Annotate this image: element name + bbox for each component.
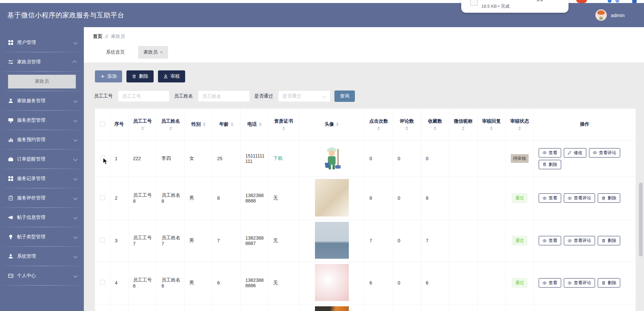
sort-icon [336,122,339,126]
sidebar-subitem-housekeeper[interactable]: 家政员 [8,75,76,88]
eye-icon [568,239,572,243]
audit-button[interactable]: 审核 [158,70,185,82]
chevron-down-icon [73,234,78,239]
idcard-icon [8,273,13,278]
sort-icon [231,122,233,126]
download-notification[interactable]: 18.5 KB • 完成 jpg [461,0,569,13]
sidebar: 用户管理 家政员管理 家政员 家政服务管理 服务类型管理 服务预约管理 订单提醒… [0,27,84,311]
select-all-checkbox[interactable] [100,121,105,126]
app-title: 基于微信小程序的家政服务与互助平台 [7,11,124,20]
view-comments-button[interactable]: 查看评论 [589,148,620,158]
trash-icon [601,239,606,243]
col-audit-reply[interactable]: 审核回复 [478,118,505,130]
sidebar-item-service-record-mgmt[interactable]: 服务记录管理 [0,169,84,188]
col-emp-id[interactable]: 员工工号 [128,118,157,130]
col-emp-name[interactable]: 员工姓名 [157,118,184,130]
row-actions: 查看 查看评论 删除 [539,193,631,203]
sort-icon [490,126,493,130]
trash-icon [542,162,547,167]
data-table-panel: 序号 员工工号 员工姓名 性别 年龄 电话 资质证书 头像 点击次数 评论数 收… [95,109,636,311]
col-audit-status[interactable]: 审核状态 [506,118,534,130]
sort-icon [203,122,206,126]
sidebar-item-post-type-mgmt[interactable]: 帖子类型管理 [0,227,84,247]
add-button[interactable]: 添加 [95,70,122,82]
grid-icon [8,176,13,181]
avatar-image-photo [315,222,349,259]
col-wechat[interactable]: 微信昵称 [449,118,477,130]
filter-bar: 员工工号 员工姓名 是否通过 是否通过 查询 [94,90,355,102]
col-clicks[interactable]: 点击次数 [365,118,393,130]
col-favorites[interactable]: 收藏数 [421,118,449,130]
table-row: 1 222 李四 女 25 15111111111 下载 [95,140,636,177]
view-button[interactable]: 查看 [539,278,561,288]
col-avatar[interactable]: 头像 [299,121,365,127]
clipboard-icon [8,195,13,201]
breadcrumb-home[interactable]: 首页 [93,34,102,40]
eye-icon [568,281,572,285]
sort-icon [141,126,144,130]
col-seq[interactable]: 序号 [114,121,124,127]
chevron-down-icon [73,215,78,219]
user-menu[interactable]: admin [595,9,625,21]
tab-system-home[interactable]: 系统首页 [101,46,130,59]
plus-icon [100,74,105,79]
certificate-download-link[interactable]: 下载 [273,156,283,161]
col-age[interactable]: 年龄 [213,121,240,127]
sidebar-submenu: 家政员 [0,72,84,91]
row-checkbox[interactable] [100,195,105,200]
status-badge-pass: 通过 [512,278,527,288]
sort-icon [377,126,380,130]
delete-row-button[interactable]: 删除 [598,193,620,203]
delete-button[interactable]: 删除 [126,70,154,82]
sidebar-item-system-mgmt[interactable]: 系统管理 [0,247,84,266]
view-comments-button[interactable]: 查看评论 [564,193,595,203]
sort-icon [259,122,262,126]
view-comments-button[interactable]: 查看评论 [564,236,595,245]
emp-id-input[interactable] [118,90,170,102]
user-icon [8,254,13,259]
table-header-row: 序号 员工工号 员工姓名 性别 年龄 电话 资质证书 头像 点击次数 评论数 收… [95,109,636,140]
vertical-scrollbar[interactable] [639,183,643,256]
sidebar-item-service-mgmt[interactable]: 家政服务管理 [0,91,84,111]
view-button[interactable]: 查看 [539,148,561,158]
view-button[interactable]: 查看 [539,193,561,203]
delete-row-button[interactable]: 删除 [598,236,620,245]
avatar[interactable] [595,9,607,21]
sidebar-item-order-reminder-mgmt[interactable]: 订单提醒管理 [0,149,84,169]
sidebar-item-user-mgmt[interactable]: 用户管理 [0,33,84,52]
col-comments[interactable]: 评论数 [393,118,421,130]
sidebar-item-post-info-mgmt[interactable]: 帖子信息管理 [0,208,84,227]
row-checkbox[interactable] [100,156,105,161]
tab-housekeeper[interactable]: 家政员 × [138,46,168,59]
row-checkbox[interactable] [100,280,105,285]
sidebar-item-booking-mgmt[interactable]: 服务预约管理 [0,130,84,149]
sidebar-item-personal-center[interactable]: 个人中心 [0,266,84,286]
sidebar-item-service-review-mgmt[interactable]: 服务评价管理 [0,188,84,208]
eye-icon [542,281,547,285]
emp-name-input[interactable] [198,90,250,102]
toolbar: 添加 删除 审核 [95,70,185,82]
briefcase-icon [8,157,13,162]
query-button[interactable]: 查询 [334,90,355,102]
col-phone[interactable]: 电话 [241,121,268,127]
col-certificate[interactable]: 资质证书 [269,118,299,130]
chevron-down-icon [73,195,78,200]
table-row: 5 员工工号5 员工姓名5 男 5 13823888885 无 5 0 5 通过 [95,304,636,311]
trash-icon [601,196,606,200]
close-icon[interactable]: × [160,50,163,55]
chevron-down-icon [322,94,326,98]
view-button[interactable]: 查看 [539,236,561,245]
delete-row-button[interactable]: 删除 [539,160,561,169]
row-checkbox[interactable] [100,238,105,243]
bar-chart-icon [8,137,13,142]
sort-icon [282,126,285,130]
sidebar-item-housekeeper-mgmt[interactable]: 家政员管理 [0,52,84,72]
pass-filter-select[interactable]: 是否通过 [278,90,330,102]
view-comments-button[interactable]: 查看评论 [564,278,595,288]
delete-row-button[interactable]: 删除 [598,278,620,288]
edit-button[interactable]: 修改 [564,148,586,158]
chevron-down-icon [73,176,78,180]
sidebar-item-service-type-mgmt[interactable]: 服务类型管理 [0,111,84,130]
col-gender[interactable]: 性别 [185,121,212,127]
chevron-down-icon [73,157,78,161]
